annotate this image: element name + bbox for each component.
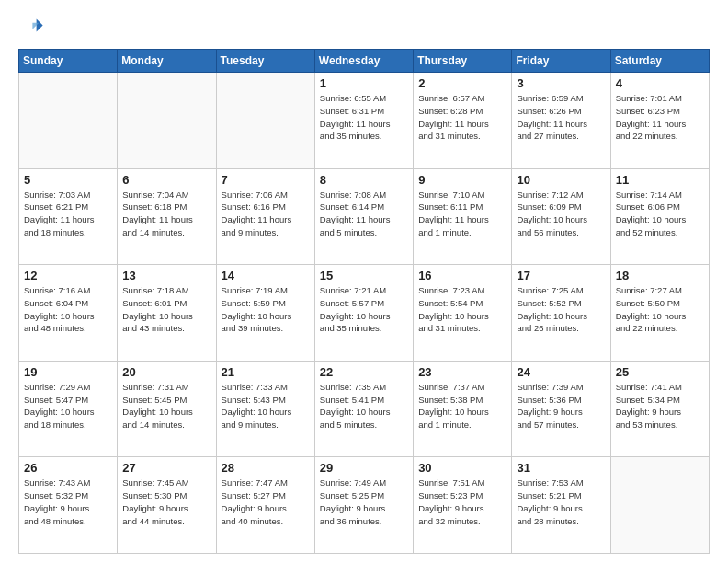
day-info: Sunrise: 7:18 AMSunset: 6:01 PMDaylight:… (122, 284, 210, 335)
calendar-cell: 26Sunrise: 7:43 AMSunset: 5:32 PMDayligh… (19, 457, 118, 554)
day-number: 11 (616, 173, 704, 187)
day-number: 3 (517, 76, 605, 90)
day-info: Sunrise: 7:03 AMSunset: 6:21 PMDaylight:… (24, 189, 112, 239)
calendar-cell (216, 73, 314, 169)
day-info: Sunrise: 7:43 AMSunset: 5:32 PMDaylight:… (24, 477, 112, 527)
day-info: Sunrise: 7:14 AMSunset: 6:06 PMDaylight:… (616, 189, 704, 239)
calendar-cell: 11Sunrise: 7:14 AMSunset: 6:06 PMDayligh… (610, 168, 709, 265)
day-number: 20 (122, 365, 210, 379)
day-number: 28 (222, 461, 310, 475)
day-number: 13 (122, 269, 210, 282)
calendar-week-row: 1Sunrise: 6:55 AMSunset: 6:31 PMDaylight… (19, 73, 710, 169)
calendar-week-row: 26Sunrise: 7:43 AMSunset: 5:32 PMDayligh… (19, 457, 710, 554)
day-number: 10 (517, 173, 605, 187)
calendar-cell: 6Sunrise: 7:04 AMSunset: 6:18 PMDaylight… (118, 168, 216, 265)
day-number: 1 (320, 76, 408, 90)
day-info: Sunrise: 7:33 AMSunset: 5:43 PMDaylight:… (222, 381, 310, 431)
day-number: 14 (222, 269, 310, 282)
day-number: 9 (418, 173, 506, 187)
header (18, 14, 710, 40)
day-info: Sunrise: 7:12 AMSunset: 6:09 PMDaylight:… (517, 189, 605, 239)
day-info: Sunrise: 7:04 AMSunset: 6:18 PMDaylight:… (122, 189, 210, 239)
calendar-cell: 31Sunrise: 7:53 AMSunset: 5:21 PMDayligh… (512, 457, 610, 554)
day-number: 23 (418, 365, 506, 379)
day-number: 5 (24, 173, 112, 187)
day-number: 15 (320, 269, 408, 282)
calendar-cell: 5Sunrise: 7:03 AMSunset: 6:21 PMDaylight… (19, 168, 118, 265)
day-info: Sunrise: 7:41 AMSunset: 5:34 PMDaylight:… (616, 381, 704, 431)
day-info: Sunrise: 7:53 AMSunset: 5:21 PMDaylight:… (517, 477, 605, 527)
calendar-cell: 7Sunrise: 7:06 AMSunset: 6:16 PMDaylight… (216, 168, 314, 265)
day-number: 25 (616, 365, 704, 379)
calendar-cell: 2Sunrise: 6:57 AMSunset: 6:28 PMDaylight… (414, 73, 512, 169)
calendar-day-header: Wednesday (314, 50, 413, 73)
day-number: 8 (320, 173, 408, 187)
page: SundayMondayTuesdayWednesdayThursdayFrid… (0, 0, 728, 563)
day-number: 29 (320, 461, 408, 475)
calendar-cell: 4Sunrise: 7:01 AMSunset: 6:23 PMDaylight… (610, 73, 709, 169)
logo-icon (18, 14, 44, 40)
day-number: 21 (222, 365, 310, 379)
day-info: Sunrise: 7:21 AMSunset: 5:57 PMDaylight:… (320, 284, 408, 335)
day-number: 4 (616, 76, 704, 90)
calendar-cell: 14Sunrise: 7:19 AMSunset: 5:59 PMDayligh… (216, 265, 314, 362)
calendar-cell: 8Sunrise: 7:08 AMSunset: 6:14 PMDaylight… (314, 168, 413, 265)
day-info: Sunrise: 6:55 AMSunset: 6:31 PMDaylight:… (320, 92, 408, 143)
day-info: Sunrise: 7:19 AMSunset: 5:59 PMDaylight:… (222, 284, 310, 335)
logo (18, 14, 48, 40)
calendar-cell: 22Sunrise: 7:35 AMSunset: 5:41 PMDayligh… (314, 361, 413, 457)
day-info: Sunrise: 7:35 AMSunset: 5:41 PMDaylight:… (320, 381, 408, 431)
day-number: 22 (320, 365, 408, 379)
calendar-cell: 21Sunrise: 7:33 AMSunset: 5:43 PMDayligh… (216, 361, 314, 457)
day-number: 6 (122, 173, 210, 187)
day-number: 26 (24, 461, 112, 475)
calendar-cell: 15Sunrise: 7:21 AMSunset: 5:57 PMDayligh… (314, 265, 413, 362)
day-number: 16 (418, 269, 506, 282)
day-info: Sunrise: 7:31 AMSunset: 5:45 PMDaylight:… (122, 381, 210, 431)
calendar-day-header: Thursday (414, 50, 512, 73)
calendar-week-row: 12Sunrise: 7:16 AMSunset: 6:04 PMDayligh… (19, 265, 710, 362)
day-info: Sunrise: 7:49 AMSunset: 5:25 PMDaylight:… (320, 477, 408, 527)
calendar-cell: 17Sunrise: 7:25 AMSunset: 5:52 PMDayligh… (512, 265, 610, 362)
calendar-cell: 12Sunrise: 7:16 AMSunset: 6:04 PMDayligh… (19, 265, 118, 362)
calendar-cell: 29Sunrise: 7:49 AMSunset: 5:25 PMDayligh… (314, 457, 413, 554)
day-info: Sunrise: 7:06 AMSunset: 6:16 PMDaylight:… (222, 189, 310, 239)
calendar-cell: 30Sunrise: 7:51 AMSunset: 5:23 PMDayligh… (414, 457, 512, 554)
day-info: Sunrise: 7:45 AMSunset: 5:30 PMDaylight:… (122, 477, 210, 527)
calendar-table: SundayMondayTuesdayWednesdayThursdayFrid… (18, 49, 710, 554)
calendar-cell: 23Sunrise: 7:37 AMSunset: 5:38 PMDayligh… (414, 361, 512, 457)
day-info: Sunrise: 7:37 AMSunset: 5:38 PMDaylight:… (418, 381, 506, 431)
calendar-cell: 10Sunrise: 7:12 AMSunset: 6:09 PMDayligh… (512, 168, 610, 265)
calendar-cell: 27Sunrise: 7:45 AMSunset: 5:30 PMDayligh… (118, 457, 216, 554)
calendar-day-header: Friday (512, 50, 610, 73)
calendar-cell: 28Sunrise: 7:47 AMSunset: 5:27 PMDayligh… (216, 457, 314, 554)
svg-marker-0 (37, 19, 43, 32)
day-info: Sunrise: 7:23 AMSunset: 5:54 PMDaylight:… (418, 284, 506, 335)
day-info: Sunrise: 7:29 AMSunset: 5:47 PMDaylight:… (24, 381, 112, 431)
day-number: 31 (517, 461, 605, 475)
calendar-day-header: Saturday (610, 50, 709, 73)
day-number: 27 (122, 461, 210, 475)
day-info: Sunrise: 7:47 AMSunset: 5:27 PMDaylight:… (222, 477, 310, 527)
calendar-cell: 13Sunrise: 7:18 AMSunset: 6:01 PMDayligh… (118, 265, 216, 362)
day-info: Sunrise: 7:25 AMSunset: 5:52 PMDaylight:… (517, 284, 605, 335)
calendar-week-row: 19Sunrise: 7:29 AMSunset: 5:47 PMDayligh… (19, 361, 710, 457)
calendar-cell: 1Sunrise: 6:55 AMSunset: 6:31 PMDaylight… (314, 73, 413, 169)
calendar-cell: 19Sunrise: 7:29 AMSunset: 5:47 PMDayligh… (19, 361, 118, 457)
calendar-cell: 18Sunrise: 7:27 AMSunset: 5:50 PMDayligh… (610, 265, 709, 362)
calendar-cell: 3Sunrise: 6:59 AMSunset: 6:26 PMDaylight… (512, 73, 610, 169)
day-number: 24 (517, 365, 605, 379)
calendar-header-row: SundayMondayTuesdayWednesdayThursdayFrid… (19, 50, 710, 73)
day-number: 12 (24, 269, 112, 282)
day-number: 17 (517, 269, 605, 282)
calendar-cell (610, 457, 709, 554)
day-info: Sunrise: 6:57 AMSunset: 6:28 PMDaylight:… (418, 92, 506, 143)
calendar-cell: 9Sunrise: 7:10 AMSunset: 6:11 PMDaylight… (414, 168, 512, 265)
day-info: Sunrise: 6:59 AMSunset: 6:26 PMDaylight:… (517, 92, 605, 143)
day-info: Sunrise: 7:27 AMSunset: 5:50 PMDaylight:… (616, 284, 704, 335)
day-info: Sunrise: 7:01 AMSunset: 6:23 PMDaylight:… (616, 92, 704, 143)
calendar-day-header: Sunday (19, 50, 118, 73)
day-info: Sunrise: 7:51 AMSunset: 5:23 PMDaylight:… (418, 477, 506, 527)
day-number: 18 (616, 269, 704, 282)
calendar-day-header: Monday (118, 50, 216, 73)
